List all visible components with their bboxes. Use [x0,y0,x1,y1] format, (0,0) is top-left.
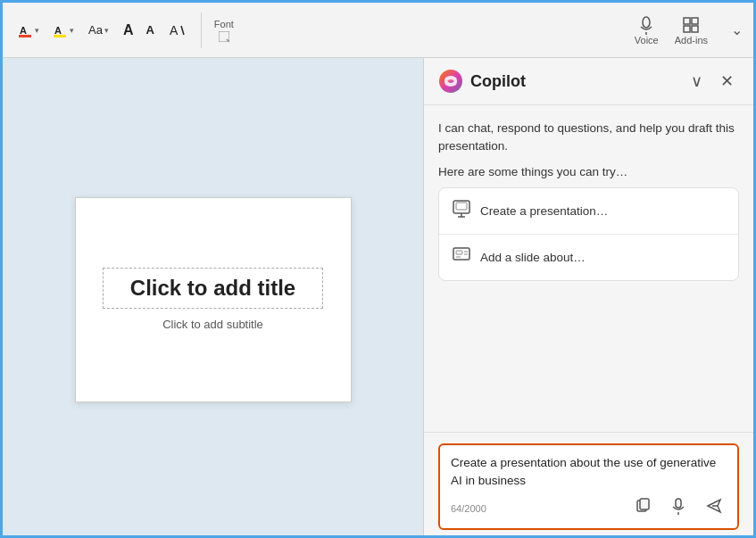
char-count: 64/2000 [451,503,630,514]
suggestion-add-slide[interactable]: Add a slide about… [439,235,738,280]
copy-btn[interactable] [630,495,655,521]
copilot-panel: Copilot ∨ ✕ I can chat, respond to quest… [423,58,753,538]
svg-rect-19 [456,251,462,254]
svg-rect-25 [676,499,681,508]
svg-rect-9 [684,18,690,24]
copilot-input-wrapper: 64/2000 [438,443,739,531]
copilot-suggestions: Create a presentation… Add a slide about… [438,187,739,281]
font-size-btns: A A [120,21,158,40]
ribbon-font-icons: A ▾ A ▾ [13,21,78,40]
addins-btn[interactable]: Add-ins [675,15,708,46]
font-highlight-btn[interactable]: A ▾ [48,21,78,40]
copilot-intro-text: I can chat, respond to questions, and he… [438,120,739,156]
input-action-buttons [630,495,727,521]
copilot-title: Copilot [470,72,678,91]
svg-text:A: A [20,25,27,36]
ribbon-right: Voice Add-ins ⌄ [635,15,743,46]
font-group-arrow [219,31,229,42]
suggestion-create-label: Create a presentation… [480,204,608,218]
font-clear-btn[interactable]: A [165,21,188,40]
slide-icon [452,245,471,269]
copilot-minimize-btn[interactable]: ∨ [685,70,708,93]
font-size-increase-btn[interactable]: A [120,21,137,40]
send-btn[interactable] [702,495,727,521]
copilot-close-btn[interactable]: ✕ [715,70,739,93]
mic-btn[interactable] [666,495,691,521]
copilot-input-area: 64/2000 [424,432,753,538]
ribbon-expand-btn[interactable]: ⌄ [731,21,743,38]
ribbon-separator [201,12,202,48]
suggestion-create-presentation[interactable]: Create a presentation… [439,188,738,235]
svg-rect-24 [640,499,649,509]
voice-btn[interactable]: Voice [635,15,659,46]
svg-rect-11 [684,26,690,32]
svg-rect-15 [456,203,467,210]
copilot-try-text: Here are some things you can try… [438,165,739,178]
svg-line-5 [181,26,184,35]
slide-panel: Click to add title Click to add subtitle [3,58,423,538]
slide-title-placeholder[interactable]: Click to add title [103,268,322,309]
svg-rect-12 [692,26,698,32]
presentation-icon [452,199,471,223]
font-color-btn[interactable]: A ▾ [13,21,43,40]
copilot-header: Copilot ∨ ✕ [424,58,753,105]
font-group: Font [214,19,234,42]
ribbon: A ▾ A ▾ Aa ▾ A A A Font Voice Add-ins ⌄ [3,3,753,58]
font-size-decrease-btn[interactable]: A [142,21,157,38]
copilot-input-footer: 64/2000 [451,490,727,523]
svg-point-7 [643,17,650,28]
copilot-content: I can chat, respond to questions, and he… [424,105,753,432]
svg-text:A: A [170,23,179,37]
svg-text:A: A [54,25,62,36]
copilot-logo-icon [438,69,463,94]
main-area: Click to add title Click to add subtitle [3,58,753,538]
svg-rect-10 [692,18,698,24]
slide-subtitle-placeholder[interactable]: Click to add subtitle [162,318,263,331]
copilot-input[interactable] [451,454,727,491]
suggestion-slide-label: Add a slide about… [480,251,586,264]
font-name-btn[interactable]: Aa ▾ [85,21,112,38]
slide-canvas: Click to add title Click to add subtitle [75,197,352,402]
